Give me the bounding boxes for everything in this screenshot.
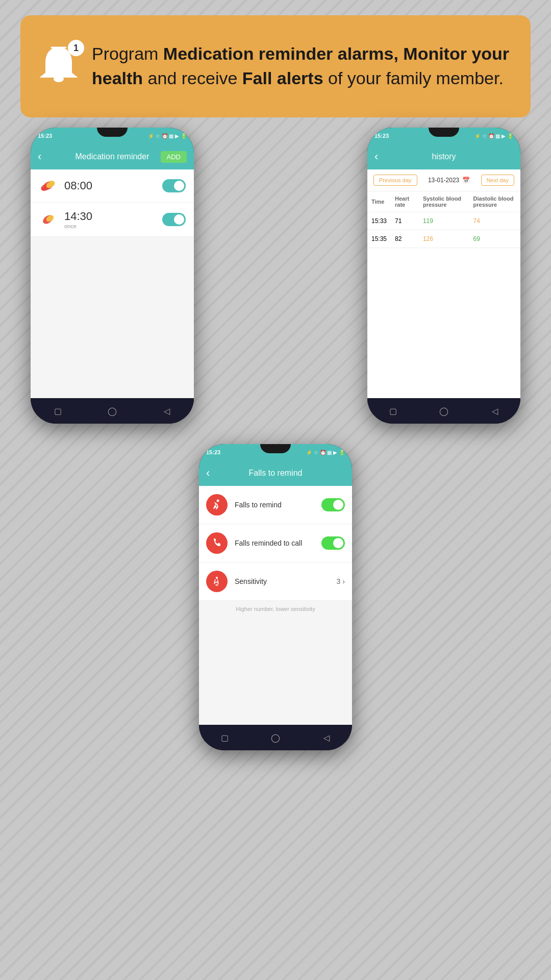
phone2-bottom-bar: ▢ ◯ ◁ xyxy=(367,398,520,424)
header-banner: 1 Program Medication reminder alarms, Mo… xyxy=(20,15,531,117)
phone2-app-header: ‹ history xyxy=(367,144,520,169)
row2-systolic: 126 xyxy=(419,230,469,248)
phone1-time: 15:23 xyxy=(38,133,52,139)
falls-item-1: Falls to remind xyxy=(199,486,352,524)
phone-medication: 15:23 ⚡ ☆ ⏰ ▦ ▶ 🔋 ‹ Medication reminder … xyxy=(31,128,194,424)
row1-systolic: 119 xyxy=(419,212,469,230)
svg-point-0 xyxy=(54,76,64,82)
history-date: 13-01-2023 📅 xyxy=(428,177,470,184)
sensitivity-chevron: › xyxy=(342,577,345,585)
prev-day-btn[interactable]: Previous day xyxy=(373,175,417,186)
med-toggle-2[interactable] xyxy=(162,213,186,226)
svg-point-13 xyxy=(216,577,218,579)
phone2-time: 15:23 xyxy=(374,133,389,139)
row1-heart: 71 xyxy=(391,212,419,230)
sensitivity-item[interactable]: Sensitivity 3 › xyxy=(199,562,352,601)
fall-icon-1 xyxy=(206,494,228,516)
col-diastolic: Diastolic blood pressure xyxy=(469,191,520,212)
sensitivity-hint: Higher number, lower sensitivity xyxy=(199,601,352,617)
phone3-time: 15:23 xyxy=(206,449,220,455)
med-toggle-1[interactable] xyxy=(162,179,186,192)
falls-item-2: Falls reminded to call xyxy=(199,524,352,562)
phone3-app-header: ‹ Falls to remind xyxy=(199,460,352,486)
row1-time: 15:33 xyxy=(367,212,391,230)
col-systolic: Systolic blood pressure xyxy=(419,191,469,212)
phone2-notch xyxy=(429,128,459,137)
med-item-1: 08:00 xyxy=(31,169,194,203)
phone2-square-btn[interactable]: ▢ xyxy=(387,405,399,417)
falls-label-2: Falls reminded to call xyxy=(235,539,314,547)
med-time-1: 08:00 xyxy=(64,179,162,192)
phone1-circle-btn[interactable]: ◯ xyxy=(106,405,118,417)
phone-history: 15:23 ⚡ ☆ ⏰ ▦ ▶ 🔋 ‹ history Previous day… xyxy=(367,128,520,424)
phone2-icons: ⚡ ☆ ⏰ ▦ ▶ 🔋 xyxy=(474,133,513,139)
history-table: Time Heart rate Systolic blood pressure … xyxy=(367,191,520,248)
falls-toggle-1[interactable] xyxy=(321,498,345,511)
row2-heart: 82 xyxy=(391,230,419,248)
row2-diastolic: 69 xyxy=(469,230,520,248)
falls-label-1: Falls to remind xyxy=(235,501,314,509)
phone2-title: history xyxy=(432,152,456,161)
phone2-content: Previous day 13-01-2023 📅 Next day Time … xyxy=(367,169,520,398)
sensitivity-number: 3 xyxy=(337,577,341,585)
sensitivity-value: 3 › xyxy=(337,577,345,585)
phone3-back-hw-btn[interactable]: ◁ xyxy=(320,731,333,744)
falls-toggle-2[interactable] xyxy=(321,536,345,550)
next-day-btn[interactable]: Next day xyxy=(481,175,514,186)
phone1-icons: ⚡ ☆ ⏰ ▦ ▶ 🔋 xyxy=(148,133,187,139)
phone2-back-hw-btn[interactable]: ◁ xyxy=(489,405,501,417)
phone1-square-btn[interactable]: ▢ xyxy=(52,405,64,417)
phone2-back-btn[interactable]: ‹ xyxy=(374,150,378,163)
phone-falls: 15:23 ⚡ ☆ ⏰ ▦ ▶ 🔋 ‹ Falls to remind Fall… xyxy=(199,444,352,750)
phone3-bottom-bar: ▢ ◯ ◁ xyxy=(199,725,352,750)
fall-icon-2 xyxy=(206,532,228,554)
phone3-notch xyxy=(260,444,291,453)
phone1-content: 08:00 14:30 once xyxy=(31,169,194,398)
history-nav: Previous day 13-01-2023 📅 Next day xyxy=(367,169,520,191)
phone3-content: Falls to remind Falls reminded to call xyxy=(199,486,352,725)
phone1-title: Medication reminder xyxy=(76,152,149,161)
svg-point-11 xyxy=(217,500,219,502)
bell-icon-wrapper: 1 xyxy=(36,42,82,90)
pill-icon-2 xyxy=(39,210,57,229)
calendar-icon: 📅 xyxy=(462,177,470,184)
phone2-circle-btn[interactable]: ◯ xyxy=(438,405,450,417)
svg-point-14 xyxy=(215,584,218,586)
phone3-title: Falls to remind xyxy=(249,469,303,478)
med-item-2: 14:30 once xyxy=(31,203,194,237)
med-label-2: once xyxy=(64,223,162,229)
table-row: 15:35 82 126 69 xyxy=(367,230,520,248)
row2-time: 15:35 xyxy=(367,230,391,248)
phone3-back-btn[interactable]: ‹ xyxy=(206,467,210,480)
pill-icon-1 xyxy=(39,177,57,195)
notification-badge: 1 xyxy=(68,40,84,56)
sensitivity-label: Sensitivity xyxy=(235,577,330,585)
row1-diastolic: 74 xyxy=(469,212,520,230)
phone3-square-btn[interactable]: ▢ xyxy=(218,731,231,744)
col-heart: Heart rate xyxy=(391,191,419,212)
phone1-add-btn[interactable]: ADD xyxy=(161,151,187,163)
phone1-back-btn[interactable]: ‹ xyxy=(38,150,41,163)
history-date-value: 13-01-2023 xyxy=(428,177,459,184)
phone1-bottom-bar: ▢ ◯ ◁ xyxy=(31,398,194,424)
phone3-circle-btn[interactable]: ◯ xyxy=(269,731,282,744)
phone1-back-hw-btn[interactable]: ◁ xyxy=(161,405,173,417)
header-text: Program Medication reminder alarms, Moni… xyxy=(92,42,515,90)
phone1-notch xyxy=(97,128,128,137)
phone1-app-header: ‹ Medication reminder ADD xyxy=(31,144,194,169)
col-time: Time xyxy=(367,191,391,212)
table-row: 15:33 71 119 74 xyxy=(367,212,520,230)
sensitivity-icon xyxy=(206,571,228,592)
med-time-2: 14:30 xyxy=(64,210,162,223)
phone3-icons: ⚡ ☆ ⏰ ▦ ▶ 🔋 xyxy=(306,450,345,455)
